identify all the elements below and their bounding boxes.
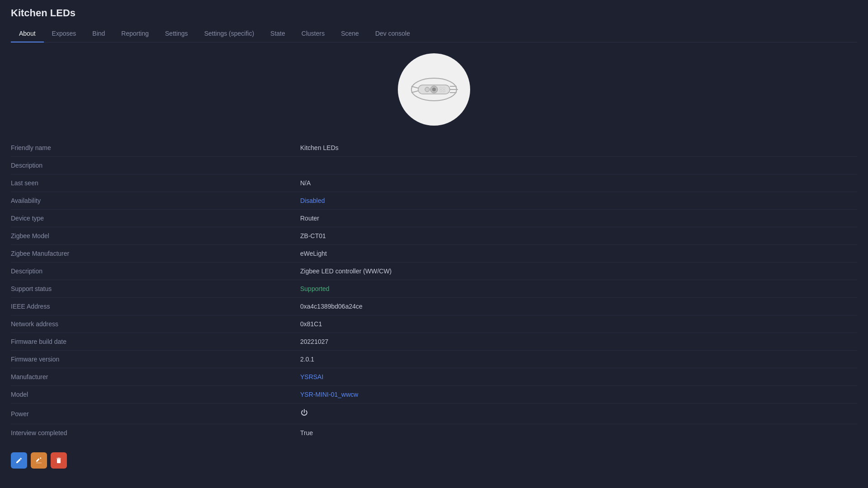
tab-clusters[interactable]: Clusters	[293, 25, 333, 42]
value-last-seen: N/A	[300, 179, 857, 187]
tab-about[interactable]: About	[11, 25, 44, 42]
tab-bar: About Exposes Bind Reporting Settings Se…	[11, 25, 857, 42]
info-row-availability: Availability Disabled	[11, 192, 857, 210]
svg-point-9	[425, 87, 429, 92]
device-image-svg	[405, 60, 463, 119]
label-description-2: Description	[11, 267, 300, 275]
value-manufacturer[interactable]: YSRSAI	[300, 373, 857, 380]
info-row-support-status: Support status Supported	[11, 280, 857, 298]
svg-point-3	[432, 88, 436, 91]
label-device-type: Device type	[11, 215, 300, 222]
value-device-type: Router	[300, 215, 857, 222]
tab-state[interactable]: State	[262, 25, 293, 42]
tab-exposes[interactable]: Exposes	[44, 25, 85, 42]
tab-dev-console[interactable]: Dev console	[367, 25, 418, 42]
device-image-container	[11, 53, 857, 126]
info-row-model: Model YSR-MINI-01_wwcw	[11, 386, 857, 404]
label-power: Power	[11, 410, 300, 418]
label-firmware-version: Firmware version	[11, 356, 300, 363]
device-image-circle	[398, 53, 470, 126]
svg-point-11	[443, 87, 445, 89]
value-description-2: Zigbee LED controller (WW/CW)	[300, 267, 857, 275]
label-manufacturer: Manufacturer	[11, 373, 300, 380]
value-friendly-name: Kitchen LEDs	[300, 144, 857, 151]
label-support-status: Support status	[11, 285, 300, 292]
label-availability: Availability	[11, 197, 300, 204]
rename-icon	[35, 457, 42, 464]
edit-icon	[15, 457, 23, 464]
page-title: Kitchen LEDs	[11, 7, 857, 19]
svg-point-10	[440, 87, 442, 89]
info-row-network-address: Network address 0x81C1	[11, 315, 857, 333]
label-zigbee-manufacturer: Zigbee Manufacturer	[11, 250, 300, 257]
value-power	[300, 408, 857, 419]
label-interview-completed: Interview completed	[11, 429, 300, 436]
power-icon	[300, 408, 308, 417]
info-table: Friendly name Kitchen LEDs Description L…	[11, 139, 857, 441]
svg-point-13	[443, 90, 445, 92]
tab-settings-specific[interactable]: Settings (specific)	[196, 25, 262, 42]
action-buttons	[11, 452, 857, 469]
info-row-ieee-address: IEEE Address 0xa4c1389bd06a24ce	[11, 298, 857, 315]
info-row-friendly-name: Friendly name Kitchen LEDs	[11, 139, 857, 157]
svg-line-4	[411, 86, 418, 88]
info-row-firmware-version: Firmware version 2.0.1	[11, 351, 857, 368]
value-network-address: 0x81C1	[300, 320, 857, 328]
info-row-description: Description	[11, 157, 857, 174]
info-row-manufacturer: Manufacturer YSRSAI	[11, 368, 857, 386]
tab-bind[interactable]: Bind	[84, 25, 113, 42]
tab-reporting[interactable]: Reporting	[113, 25, 157, 42]
edit-button[interactable]	[11, 452, 27, 469]
label-description-1: Description	[11, 162, 300, 169]
label-zigbee-model: Zigbee Model	[11, 232, 300, 239]
info-row-device-type: Device type Router	[11, 210, 857, 227]
delete-button[interactable]	[51, 452, 67, 469]
value-firmware-build-date: 20221027	[300, 338, 857, 345]
info-row-last-seen: Last seen N/A	[11, 174, 857, 192]
value-ieee-address: 0xa4c1389bd06a24ce	[300, 303, 857, 310]
info-row-description-2: Description Zigbee LED controller (WW/CW…	[11, 263, 857, 280]
svg-point-12	[440, 90, 442, 92]
label-last-seen: Last seen	[11, 179, 300, 187]
label-firmware-build-date: Firmware build date	[11, 338, 300, 345]
tab-settings[interactable]: Settings	[157, 25, 196, 42]
value-model[interactable]: YSR-MINI-01_wwcw	[300, 391, 857, 398]
delete-icon	[55, 457, 62, 464]
value-firmware-version: 2.0.1	[300, 356, 857, 363]
info-row-zigbee-model: Zigbee Model ZB-CT01	[11, 227, 857, 245]
info-row-firmware-build-date: Firmware build date 20221027	[11, 333, 857, 351]
info-row-power: Power	[11, 404, 857, 424]
value-interview-completed: True	[300, 429, 857, 436]
page-header: Kitchen LEDs About Exposes Bind Reportin…	[0, 0, 868, 42]
info-row-zigbee-manufacturer: Zigbee Manufacturer eWeLight	[11, 245, 857, 263]
label-network-address: Network address	[11, 320, 300, 328]
info-row-interview-completed: Interview completed True	[11, 424, 857, 441]
svg-line-5	[411, 91, 418, 93]
label-friendly-name: Friendly name	[11, 144, 300, 151]
value-support-status: Supported	[300, 285, 857, 292]
label-model: Model	[11, 391, 300, 398]
label-ieee-address: IEEE Address	[11, 303, 300, 310]
value-zigbee-model: ZB-CT01	[300, 232, 857, 239]
tab-scene[interactable]: Scene	[333, 25, 367, 42]
value-zigbee-manufacturer: eWeLight	[300, 250, 857, 257]
value-availability: Disabled	[300, 197, 857, 204]
rename-button[interactable]	[31, 452, 47, 469]
content-area: Friendly name Kitchen LEDs Description L…	[0, 42, 868, 479]
